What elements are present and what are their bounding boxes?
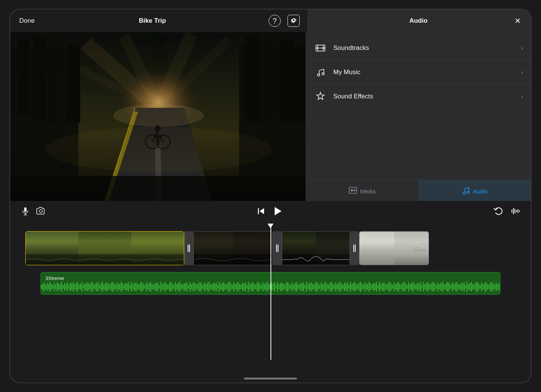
- audio-tab-icon: [462, 186, 470, 196]
- tab-media-label: Media: [360, 188, 376, 194]
- svg-rect-153: [168, 285, 168, 289]
- svg-rect-190: [222, 283, 222, 291]
- svg-rect-86: [70, 283, 71, 291]
- svg-rect-292: [370, 284, 371, 290]
- my-music-menu-item[interactable]: My Music ›: [306, 60, 531, 84]
- clip-handle-icon: [274, 244, 280, 253]
- done-button[interactable]: Done: [18, 14, 36, 28]
- svg-rect-221: [267, 282, 267, 292]
- svg-point-21: [113, 104, 204, 127]
- svg-rect-167: [188, 285, 189, 289]
- svg-rect-92: [79, 285, 79, 289]
- help-button[interactable]: ?: [269, 15, 281, 27]
- svg-rect-132: [137, 284, 138, 290]
- undo-button[interactable]: [491, 204, 507, 221]
- audio-close-button[interactable]: ✕: [512, 15, 523, 26]
- svg-rect-276: [347, 282, 348, 291]
- svg-rect-362: [473, 284, 473, 290]
- svg-rect-202: [239, 284, 240, 290]
- svg-rect-115: [112, 282, 113, 292]
- soundtracks-menu-item[interactable]: Soundtracks ›: [306, 36, 531, 60]
- clip-handle-1-2[interactable]: [184, 231, 193, 265]
- svg-rect-320: [411, 283, 412, 291]
- audio-panel-tabs: Media Audio: [306, 180, 531, 202]
- svg-rect-123: [124, 285, 125, 289]
- clip-handle-2-3[interactable]: [273, 231, 282, 265]
- svg-rect-255: [316, 282, 317, 292]
- svg-rect-314: [403, 283, 403, 291]
- svg-rect-308: [394, 282, 395, 291]
- play-button[interactable]: [269, 202, 286, 222]
- top-toolbar: Done Bike Trip ?: [10, 9, 307, 32]
- waveform-button[interactable]: [507, 204, 523, 221]
- svg-rect-245: [302, 283, 303, 290]
- close-icon: ✕: [515, 16, 521, 25]
- svg-rect-94: [82, 282, 82, 292]
- svg-rect-326: [420, 282, 421, 291]
- svg-rect-106: [99, 285, 100, 289]
- svg-rect-88: [73, 282, 74, 292]
- svg-rect-216: [260, 283, 260, 290]
- svg-rect-120: [120, 283, 120, 291]
- tab-media[interactable]: Media: [306, 180, 418, 202]
- svg-rect-371: [485, 282, 486, 292]
- svg-rect-96: [85, 283, 86, 291]
- svg-rect-66: [41, 285, 42, 289]
- svg-rect-60: [188, 244, 188, 252]
- svg-rect-251: [311, 282, 311, 291]
- home-indicator: [244, 378, 297, 380]
- svg-rect-194: [227, 283, 228, 291]
- svg-rect-334: [432, 283, 432, 291]
- svg-rect-105: [98, 282, 98, 291]
- clip-handle-3-4[interactable]: [350, 231, 359, 265]
- svg-rect-274: [344, 283, 345, 291]
- svg-rect-207: [246, 285, 247, 289]
- svg-rect-74: [53, 285, 53, 289]
- svg-rect-205: [244, 283, 244, 290]
- svg-rect-348: [452, 282, 453, 291]
- svg-rect-367: [480, 285, 480, 289]
- svg-rect-350: [455, 283, 456, 291]
- svg-rect-325: [418, 283, 419, 290]
- svg-rect-372: [487, 284, 488, 290]
- svg-rect-331: [427, 282, 428, 291]
- svg-rect-140: [149, 283, 149, 291]
- camera-button[interactable]: [33, 204, 49, 221]
- svg-rect-228: [277, 282, 278, 292]
- svg-rect-170: [193, 283, 193, 291]
- svg-rect-266: [333, 283, 333, 290]
- svg-rect-351: [456, 282, 457, 292]
- svg-rect-291: [369, 282, 370, 292]
- svg-rect-363: [474, 285, 475, 289]
- svg-rect-15: [279, 40, 294, 123]
- svg-rect-114: [111, 283, 112, 291]
- svg-rect-349: [454, 284, 454, 289]
- video-clip-3[interactable]: [282, 231, 350, 265]
- toolbar-icons: ?: [269, 15, 300, 27]
- svg-rect-104: [96, 283, 97, 291]
- svg-rect-134: [140, 283, 141, 291]
- svg-rect-198: [233, 282, 234, 291]
- tab-audio[interactable]: Audio: [418, 180, 531, 202]
- video-clip-4[interactable]: 27.0s: [359, 231, 429, 265]
- mic-button[interactable]: [18, 204, 33, 221]
- svg-rect-82: [64, 283, 65, 291]
- sound-effects-menu-item[interactable]: Sound Effects ›: [306, 84, 531, 109]
- skip-to-start-button[interactable]: [253, 204, 269, 221]
- video-clip-1[interactable]: [25, 231, 184, 265]
- svg-rect-230: [280, 283, 281, 291]
- svg-rect-316: [405, 283, 406, 290]
- svg-marker-51: [260, 208, 264, 214]
- svg-rect-107: [101, 283, 101, 290]
- svg-rect-147: [159, 285, 160, 289]
- sound-effects-icon: [314, 90, 327, 103]
- svg-rect-233: [284, 285, 285, 289]
- svg-rect-379: [497, 284, 498, 289]
- video-clip-2[interactable]: [193, 231, 273, 265]
- svg-rect-165: [185, 283, 186, 290]
- svg-rect-256: [318, 283, 319, 290]
- svg-rect-352: [458, 284, 459, 290]
- svg-rect-277: [348, 285, 349, 289]
- settings-button[interactable]: [288, 15, 300, 27]
- svg-rect-289: [366, 284, 367, 289]
